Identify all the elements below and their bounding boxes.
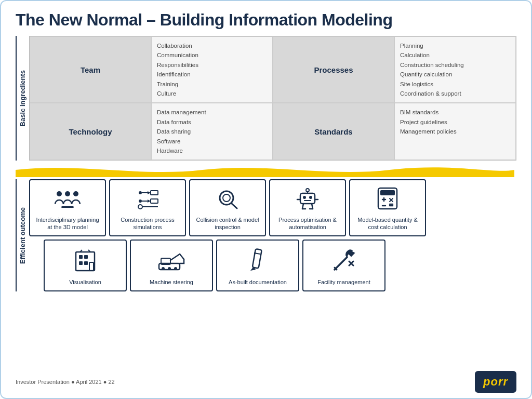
svg-rect-3: [61, 206, 74, 208]
outcome-card: Visualisation: [44, 240, 127, 291]
svg-line-26: [312, 204, 313, 209]
basic-grid: Team CollaborationCommunicationResponsib…: [29, 36, 516, 161]
outcome-card: Construction process simulations: [109, 179, 186, 236]
svg-rect-7: [151, 191, 158, 195]
svg-point-51: [162, 267, 165, 270]
card-label: Machine steering: [150, 278, 193, 286]
svg-point-8: [139, 200, 142, 203]
svg-point-2: [73, 191, 78, 196]
svg-point-15: [223, 194, 230, 202]
svg-line-49: [170, 254, 180, 260]
svg-rect-17: [300, 193, 315, 204]
outcome-card: As-built documentation: [216, 240, 299, 291]
wrench-cross-icon: [331, 244, 356, 276]
basic-ingredients-section: Basic ingredients Team CollaborationComm…: [16, 36, 516, 161]
outcome-card: Collision control & model inspection: [189, 179, 266, 236]
basic-ingredients-label-container: Basic ingredients: [16, 36, 29, 161]
svg-point-4: [139, 191, 142, 194]
svg-rect-40: [84, 255, 88, 259]
team-list: CollaborationCommunicationResponsibiliti…: [151, 36, 273, 103]
processes-list: PlanningCalculationConstruction scheduli…: [394, 36, 516, 103]
page-title: The New Normal – Building Information Mo…: [16, 10, 516, 30]
porr-logo: porr: [475, 371, 516, 393]
outcome-card: Facility management: [302, 240, 385, 291]
svg-point-53: [174, 267, 177, 270]
building-icon: [75, 244, 96, 276]
svg-line-25: [302, 204, 303, 209]
search-circle-icon: [215, 183, 240, 214]
card-label: Construction process simulations: [113, 216, 182, 232]
svg-point-52: [168, 267, 171, 270]
efficient-outcome-label: Efficient outcome: [18, 207, 28, 264]
card-label: Collision control & model inspection: [193, 216, 262, 232]
card-label: Interdisciplinary planning at the 3D mod…: [33, 216, 102, 232]
people-plan-icon: [54, 183, 81, 214]
card-label: Facility management: [317, 278, 370, 286]
technology-list: Data managementData formatsData sharingS…: [151, 103, 273, 160]
wave-separator: [16, 163, 516, 177]
technology-header: Technology: [30, 103, 151, 160]
outcome-card: Machine steering: [130, 240, 213, 291]
svg-point-0: [57, 191, 62, 196]
svg-point-22: [306, 189, 309, 192]
outcome-row-2: Visualisation Machine steering As-built …: [29, 240, 516, 291]
card-label: Process optimisation & automatisation: [273, 216, 342, 232]
svg-rect-30: [380, 190, 395, 195]
footer: Investor Presentation ● April 2021 ● 22 …: [16, 371, 516, 393]
processes-header: Processes: [273, 36, 394, 103]
svg-point-18: [303, 196, 306, 199]
svg-line-16: [231, 203, 237, 208]
calc-icon: [375, 183, 400, 214]
svg-rect-54: [252, 249, 262, 269]
svg-line-56: [335, 257, 347, 270]
svg-point-19: [309, 196, 312, 199]
svg-point-12: [138, 205, 142, 209]
footer-text: Investor Presentation ● April 2021 ● 22: [16, 379, 115, 385]
efficient-outcome-section: Efficient outcome Interdisciplinary plan…: [16, 179, 516, 291]
card-label: As-built documentation: [229, 278, 287, 286]
svg-line-50: [180, 254, 184, 259]
standards-header: Standards: [273, 103, 394, 160]
basic-ingredients-label: Basic ingredients: [18, 70, 28, 126]
outcome-row-1: Interdisciplinary planning at the 3D mod…: [29, 179, 516, 236]
outcome-card: Model-based quantity & cost calculation: [349, 179, 426, 236]
svg-rect-46: [89, 262, 94, 271]
svg-rect-41: [79, 261, 83, 265]
svg-rect-42: [84, 261, 88, 265]
outcome-card: Process optimisation & automatisation: [269, 179, 346, 236]
card-label: Model-based quantity & cost calculation: [353, 216, 422, 232]
slide: The New Normal – Building Information Mo…: [0, 0, 532, 399]
outcome-card: Interdisciplinary planning at the 3D mod…: [29, 179, 106, 236]
svg-rect-39: [79, 255, 83, 259]
arrows-box-icon: [135, 183, 160, 214]
card-label: Visualisation: [69, 278, 101, 286]
robot-icon: [295, 183, 320, 214]
efficient-outcome-label-container: Efficient outcome: [16, 179, 29, 291]
standards-list: BIM standardsProject guidelinesManagemen…: [394, 103, 516, 160]
svg-rect-11: [151, 199, 158, 203]
team-header: Team: [30, 36, 151, 103]
svg-point-1: [65, 191, 70, 196]
pencil-icon: [246, 244, 269, 276]
excavator-icon: [158, 244, 185, 276]
